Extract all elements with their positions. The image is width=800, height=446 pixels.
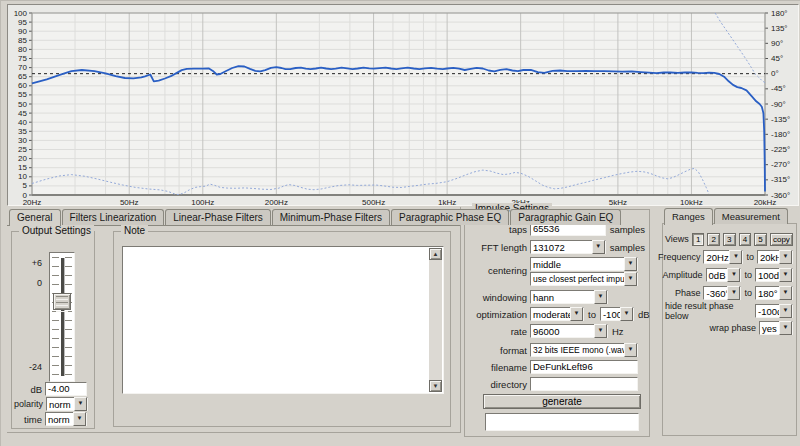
note-group: Note ▲ ▼	[113, 231, 451, 427]
view-5-button[interactable]: 5	[754, 233, 767, 246]
chevron-down-icon: ▼	[570, 307, 583, 321]
svg-text:75: 75	[18, 54, 27, 63]
chevron-down-icon: ▼	[779, 250, 792, 264]
db-input[interactable]: -4.00	[45, 382, 87, 396]
svg-text:-90°: -90°	[771, 100, 786, 109]
frequency-from-select[interactable]: 20Hz▼	[703, 250, 743, 264]
svg-text:500Hz: 500Hz	[362, 198, 385, 205]
tab-paragraphic-gain-eq[interactable]: Paragraphic Gain EQ	[510, 209, 621, 225]
ranges-tabbar: Ranges Measurement	[664, 208, 789, 224]
tab-linear-phase-filters[interactable]: Linear-Phase Filters	[165, 209, 270, 225]
amplitude-label: Amplitude	[663, 270, 703, 280]
frequency-to-word: to	[746, 252, 754, 262]
optimization-select[interactable]: moderate▼	[530, 307, 584, 321]
note-textarea[interactable]: ▲ ▼	[122, 246, 444, 394]
wrap-phase-select[interactable]: yes▼	[759, 321, 793, 335]
chevron-down-icon: ▼	[729, 250, 742, 264]
tab-minimum-phase-filters[interactable]: Minimum-Phase Filters	[272, 209, 390, 225]
slider-thumb[interactable]	[53, 293, 71, 310]
svg-text:95: 95	[18, 18, 27, 27]
chevron-down-icon: ▼	[727, 268, 740, 282]
chart-canvas: 0510152025303540455055606570758085909510…	[8, 5, 798, 205]
optimization-db-select[interactable]: -100▼	[600, 307, 634, 321]
amplitude-from-select[interactable]: 0dB▼	[706, 268, 742, 282]
tab-ranges[interactable]: Ranges	[664, 208, 713, 225]
view-1-button[interactable]: 1	[692, 233, 705, 246]
centering-select[interactable]: middle▼	[530, 257, 638, 271]
rate-select[interactable]: 96000▼	[530, 324, 608, 338]
directory-label: directory	[469, 379, 527, 390]
svg-text:55: 55	[18, 90, 27, 99]
svg-text:60: 60	[18, 81, 27, 90]
chevron-down-icon: ▼	[620, 307, 633, 321]
view-3-button[interactable]: 3	[723, 233, 736, 246]
amplitude-to-word: to	[744, 270, 752, 280]
svg-text:45°: 45°	[771, 54, 783, 63]
format-label: format	[469, 345, 527, 356]
slider-scale-zero: 0	[18, 278, 42, 288]
slider-scale-minus24: -24	[18, 362, 42, 372]
chevron-down-icon: ▼	[73, 412, 86, 426]
wrap-phase-label: wrap phase	[709, 323, 756, 333]
chevron-down-icon: ▼	[779, 286, 792, 300]
svg-text:20kHz: 20kHz	[754, 198, 777, 205]
slider-scale-plus6: +6	[18, 258, 42, 268]
scroll-down-icon[interactable]: ▼	[429, 380, 442, 392]
svg-text:5kHz: 5kHz	[609, 198, 627, 205]
svg-text:70: 70	[18, 63, 27, 72]
chevron-down-icon: ▼	[779, 268, 792, 282]
frequency-label: Frequency	[658, 252, 701, 262]
output-gain-slider[interactable]	[49, 252, 75, 382]
tab-measurement[interactable]: Measurement	[714, 208, 788, 224]
chevron-down-icon: ▼	[592, 240, 605, 254]
svg-text:30: 30	[18, 136, 27, 145]
svg-text:10: 10	[18, 172, 27, 181]
fft-length-label: FFT length	[469, 242, 527, 253]
filename-label: filename	[469, 362, 527, 373]
view-4-button[interactable]: 4	[739, 233, 752, 246]
tab-paragraphic-phase-eq[interactable]: Paragraphic Phase EQ	[391, 209, 509, 225]
generate-status-box	[485, 413, 639, 431]
centering-mode-select[interactable]: use closest perfect impulse▼	[530, 272, 638, 286]
view-copy-button[interactable]: copy	[770, 233, 793, 246]
vertical-divider	[460, 207, 461, 433]
main-tabbar: General Filters Linearization Linear-Pha…	[9, 209, 622, 225]
fft-length-select[interactable]: 131072▼	[530, 240, 606, 254]
svg-text:135°: 135°	[771, 24, 788, 33]
filename-input[interactable]: DeFunkLeft96	[530, 360, 638, 374]
impulse-settings-group: Impulse Settings taps 65536 samples FFT …	[464, 209, 650, 437]
time-select[interactable]: norm▼	[45, 412, 87, 426]
ranges-panel: Ranges Measurement Views 1 2 3 4 5 copy …	[662, 207, 798, 438]
optimization-unit: dB	[638, 309, 650, 320]
ranges-body: Views 1 2 3 4 5 copy Frequency 20Hz▼ to …	[662, 223, 797, 436]
view-2-button[interactable]: 2	[707, 233, 720, 246]
svg-text:-180°: -180°	[771, 130, 790, 139]
svg-text:180°: 180°	[771, 9, 788, 18]
optimization-to: to	[588, 309, 596, 320]
scroll-up-icon[interactable]: ▲	[429, 248, 442, 260]
note-scrollbar[interactable]: ▲ ▼	[429, 248, 442, 392]
polarity-select[interactable]: norm▼	[46, 397, 88, 411]
phase-from-select[interactable]: -360°▼	[703, 286, 741, 300]
svg-text:-135°: -135°	[771, 115, 790, 124]
svg-text:0°: 0°	[771, 69, 779, 78]
svg-text:90°: 90°	[771, 39, 783, 48]
frequency-to-select[interactable]: 20kHz▼	[757, 250, 793, 264]
hide-phase-label: hide result phase below	[665, 301, 752, 321]
directory-input[interactable]	[530, 377, 638, 391]
tab-filters-linearization[interactable]: Filters Linearization	[62, 209, 165, 225]
phase-label: Phase	[675, 288, 701, 298]
hide-phase-select[interactable]: -100dB▼	[755, 304, 793, 318]
chevron-down-icon: ▼	[624, 272, 637, 286]
generate-button[interactable]: generate	[483, 394, 641, 409]
windowing-select[interactable]: hann▼	[530, 290, 608, 304]
chevron-down-icon: ▼	[779, 304, 792, 318]
tab-general[interactable]: General	[9, 209, 61, 226]
phase-to-select[interactable]: 180°▼	[755, 286, 793, 300]
svg-text:25: 25	[18, 145, 27, 154]
chevron-down-icon: ▼	[727, 286, 740, 300]
format-select[interactable]: 32 bits IEEE mono (.wav)▼	[530, 343, 638, 357]
svg-text:35: 35	[18, 127, 27, 136]
svg-text:-45°: -45°	[771, 84, 786, 93]
amplitude-to-select[interactable]: 100dB▼	[755, 268, 793, 282]
